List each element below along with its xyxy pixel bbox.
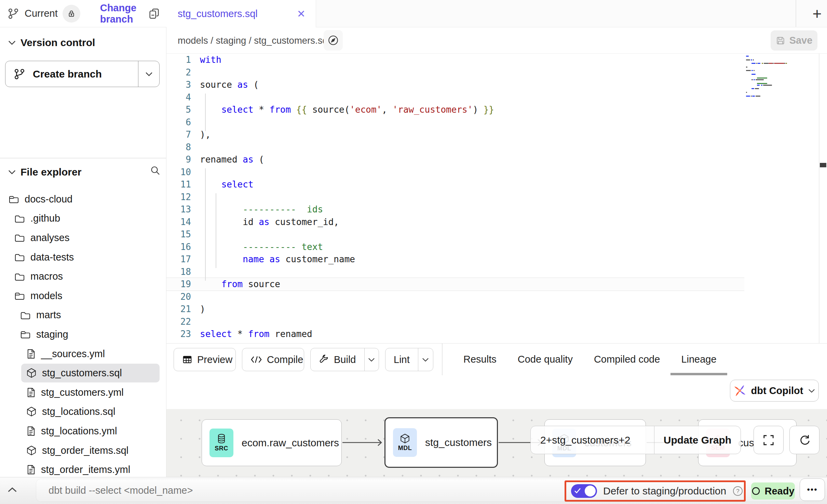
- code-line-3[interactable]: 3source as (: [166, 79, 827, 91]
- copilot-row: dbt Copilot: [166, 376, 827, 409]
- file-search-icon[interactable]: [150, 165, 161, 176]
- refresh-button[interactable]: [789, 426, 819, 454]
- code-line-1[interactable]: 1with: [166, 54, 827, 66]
- code-line-19[interactable]: 19 from source: [166, 278, 827, 291]
- defer-toggle[interactable]: [571, 484, 597, 498]
- check-icon: [574, 487, 581, 494]
- file-explorer-title: File explorer: [21, 166, 81, 178]
- file-tree-item-stg-order-items-sql[interactable]: stg_order_items.sql: [0, 441, 166, 460]
- code-line-7[interactable]: 7),: [166, 128, 827, 141]
- branch-bar: Current Change branch: [0, 0, 166, 27]
- status-badge: Ready: [751, 482, 795, 500]
- tab-stg-customers-sql[interactable]: stg_customers.sql ✕: [166, 0, 316, 27]
- code-text: renamed as (: [200, 153, 264, 166]
- lint-button[interactable]: Lint: [385, 348, 433, 371]
- code-line-10[interactable]: 10: [166, 166, 827, 179]
- code-text: id as customer_id,: [200, 216, 339, 228]
- code-line-5[interactable]: 5 select * from {{ source('ecom', 'raw_c…: [166, 103, 827, 116]
- code-editor[interactable]: 1with23source as (45 select * from {{ so…: [166, 54, 827, 343]
- file-tree-item-stg-order-items-yml[interactable]: stg_order_items.yml: [0, 460, 166, 477]
- code-line-17[interactable]: 17 name as customer_name: [166, 253, 827, 266]
- create-branch-button[interactable]: Create branch: [5, 61, 160, 87]
- file-tree-item-stg-locations-sql[interactable]: stg_locations.sql: [0, 402, 166, 422]
- code-line-22[interactable]: 22: [166, 316, 827, 328]
- close-tab-icon[interactable]: ✕: [297, 8, 306, 20]
- code-line-14[interactable]: 14 id as customer_id,: [166, 216, 827, 228]
- jump-to-node-button[interactable]: [324, 30, 343, 51]
- file-tree-item-stg-locations-yml[interactable]: stg_locations.yml: [0, 421, 166, 441]
- file-tree-item--github[interactable]: .github: [0, 209, 166, 228]
- file-tree-item-staging[interactable]: staging: [0, 325, 166, 344]
- file-tree-item-models[interactable]: models: [0, 286, 166, 306]
- tab-results[interactable]: Results: [463, 344, 497, 375]
- code-line-15[interactable]: 15: [166, 228, 827, 241]
- build-button[interactable]: Build: [310, 348, 379, 371]
- preview-button[interactable]: Preview: [174, 348, 236, 371]
- minimap-line: [763, 85, 772, 86]
- new-tab-button[interactable]: +: [801, 0, 827, 27]
- dbt-copilot-button[interactable]: dbt Copilot: [730, 380, 819, 402]
- file-explorer-header[interactable]: File explorer: [0, 166, 148, 178]
- minimap-line: [746, 92, 747, 93]
- tab-code-quality[interactable]: Code quality: [518, 344, 573, 375]
- code-line-6[interactable]: 6: [166, 116, 827, 129]
- file-tree-item-analyses[interactable]: analyses: [0, 228, 166, 248]
- editor-scrollbar-thumb[interactable]: [820, 163, 826, 167]
- file-tree-item-stg-customers-yml[interactable]: stg_customers.yml: [0, 383, 166, 402]
- create-branch-dropdown[interactable]: [138, 61, 159, 87]
- file-tree-item-stg-customers-sql[interactable]: stg_customers.sql: [0, 363, 166, 383]
- code-line-18[interactable]: 18: [166, 266, 827, 278]
- line-number: 11: [166, 178, 200, 191]
- file-tree-item-marts[interactable]: marts: [0, 306, 166, 325]
- tab-lineage[interactable]: Lineage: [681, 344, 716, 375]
- command-placeholder: dbt build --select <model_name>: [36, 485, 193, 496]
- tab-title: stg_customers.sql: [178, 8, 297, 19]
- lineage-selector-input[interactable]: 2+stg_customers+2: [531, 434, 654, 446]
- line-number: 22: [166, 316, 200, 328]
- help-icon[interactable]: ?: [732, 486, 743, 496]
- file-tree-item-data-tests[interactable]: data-tests: [0, 248, 166, 267]
- compile-button[interactable]: Compile: [242, 348, 304, 371]
- line-number: 19: [166, 278, 200, 291]
- folder-icon: [14, 272, 25, 281]
- build-dropdown[interactable]: [364, 348, 379, 371]
- tab-compiled-code[interactable]: Compiled code: [594, 344, 660, 375]
- code-icon: [250, 355, 262, 364]
- file-tree-label: data-tests: [30, 252, 74, 263]
- file-tree-item--sources-yml[interactable]: __sources.yml: [0, 344, 166, 364]
- code-line-12[interactable]: 12: [166, 191, 827, 204]
- line-number: 23: [166, 328, 200, 340]
- code-line-16[interactable]: 16 ---------- text: [166, 241, 827, 253]
- fullscreen-button[interactable]: [754, 426, 784, 454]
- version-control-header[interactable]: Version control: [0, 37, 166, 48]
- copy-icon[interactable]: [148, 8, 160, 20]
- collapse-panel-icon[interactable]: [7, 486, 18, 494]
- update-graph-button[interactable]: Update Graph: [654, 434, 741, 446]
- minimap-line: [758, 63, 760, 64]
- lineage-graph[interactable]: SRCecom.raw_customersMDLstg_customersMDL…: [166, 409, 827, 477]
- code-line-4[interactable]: 4: [166, 91, 827, 104]
- code-line-23[interactable]: 23select * from renamed: [166, 328, 827, 340]
- code-line-9[interactable]: 9renamed as (: [166, 153, 827, 166]
- file-tree-item-macros[interactable]: macros: [0, 267, 166, 286]
- lineage-node-ecom-raw-customers[interactable]: SRCecom.raw_customers: [202, 419, 342, 466]
- lineage-node-stg-customers[interactable]: MDLstg_customers: [384, 417, 498, 468]
- code-line-21[interactable]: 21): [166, 303, 827, 316]
- change-branch-link[interactable]: Change branch: [100, 2, 148, 25]
- minimap[interactable]: [746, 56, 794, 102]
- refresh-icon: [798, 434, 811, 446]
- code-line-8[interactable]: 8: [166, 141, 827, 154]
- line-number: 9: [166, 153, 200, 166]
- code-line-13[interactable]: 13 ---------- ids: [166, 203, 827, 216]
- save-button[interactable]: Save: [771, 30, 817, 51]
- code-line-2[interactable]: 2: [166, 66, 827, 79]
- minimap-line: [784, 63, 785, 64]
- code-line-11[interactable]: 11 select: [166, 178, 827, 191]
- code-line-20[interactable]: 20: [166, 291, 827, 303]
- more-options-button[interactable]: •••: [800, 478, 825, 501]
- lint-dropdown[interactable]: [418, 348, 433, 371]
- indent-guide: [216, 193, 216, 268]
- preview-label: Preview: [197, 354, 232, 365]
- minimap-line: [751, 88, 754, 89]
- file-tree-item-docs-cloud[interactable]: docs-cloud: [0, 190, 166, 209]
